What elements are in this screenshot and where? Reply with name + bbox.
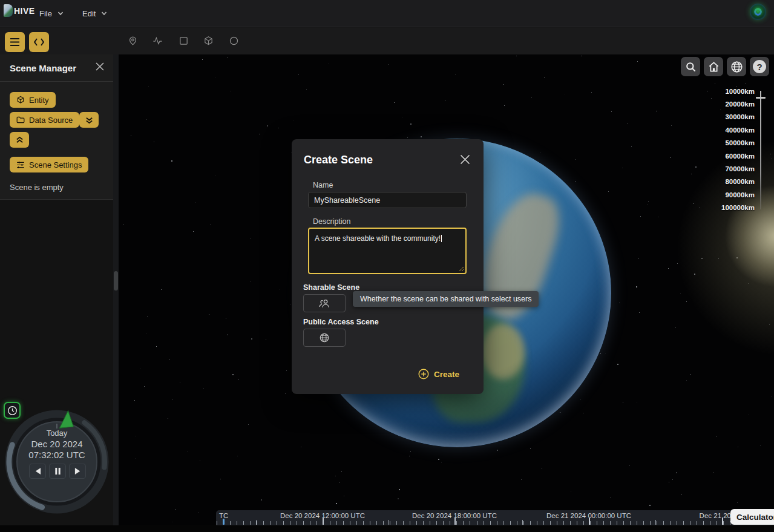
timeline-tick: [450, 521, 450, 525]
playback-controls: [29, 464, 86, 479]
search-button[interactable]: [681, 57, 700, 76]
help-icon: ?: [753, 60, 766, 73]
create-scene-button[interactable]: Create: [418, 369, 459, 379]
menu-edit[interactable]: Edit: [82, 0, 107, 27]
star: [677, 263, 678, 264]
menu-file[interactable]: File: [39, 0, 64, 27]
star: [627, 123, 628, 124]
timeline-tick: [297, 521, 297, 525]
star: [738, 447, 738, 447]
star: [209, 314, 209, 315]
star: [298, 74, 299, 75]
timeline-tick: [403, 521, 404, 525]
star: [169, 359, 170, 360]
altitude-scale-label: 100000km: [721, 202, 755, 214]
timeline-current-time-marker[interactable]: [223, 519, 225, 525]
scene-settings-button[interactable]: Scene Settings: [10, 157, 88, 172]
star: [622, 168, 623, 168]
timeline-tick-medium: [655, 520, 656, 525]
star: [670, 157, 671, 158]
scene-name-input[interactable]: [308, 192, 467, 208]
timeline-tick: [250, 521, 251, 525]
cube-tool-icon[interactable]: [203, 36, 214, 46]
altitude-scale-labels: 10000km20000km30000km40000km50000km60000…: [721, 85, 755, 214]
star: [172, 522, 172, 522]
timeline-tick: [517, 521, 517, 525]
scrollbar-thumb[interactable]: [114, 271, 118, 291]
star: [560, 412, 560, 413]
timeline-tick: [390, 521, 390, 525]
star: [715, 84, 715, 84]
star: [410, 451, 411, 452]
timeline-tick: [436, 521, 437, 525]
star: [690, 374, 691, 375]
star: [658, 217, 659, 217]
home-view-button[interactable]: [704, 57, 723, 76]
star: [544, 77, 545, 78]
pin-tool-icon[interactable]: [128, 36, 138, 46]
star: [571, 491, 571, 491]
globe-view-button[interactable]: [727, 57, 746, 76]
star: [251, 338, 252, 340]
star: [637, 402, 637, 403]
timeline-tick: [617, 521, 617, 525]
circle-tool-icon[interactable]: [229, 36, 239, 46]
timeline-tick: [570, 521, 571, 525]
star: [146, 119, 147, 120]
star: [681, 494, 682, 495]
code-editor-button[interactable]: [29, 32, 49, 52]
sliders-icon: [16, 161, 25, 169]
star: [580, 399, 581, 399]
scene-manager-toggle-button[interactable]: [5, 32, 25, 52]
altitude-slider-handle[interactable]: [756, 97, 766, 99]
close-icon[interactable]: [460, 154, 470, 165]
public-access-scene-toggle[interactable]: [303, 329, 346, 347]
scene-description-textarea[interactable]: A scene shareable with the community!: [308, 228, 467, 274]
entity-button[interactable]: Entity: [10, 92, 56, 108]
sidebar-scrollbar[interactable]: [113, 54, 119, 525]
star: [227, 334, 228, 335]
play-forward-button[interactable]: [69, 464, 86, 479]
calculator-button[interactable]: Calculator: [730, 509, 774, 525]
star: [136, 458, 136, 459]
star: [438, 459, 439, 460]
timeline-tick: [410, 521, 410, 525]
timeline-tick: [703, 521, 704, 525]
description-field-label: Description: [313, 217, 351, 226]
star: [135, 436, 136, 436]
timeline-tick: [230, 521, 231, 525]
play-icon: [74, 467, 82, 475]
star: [713, 472, 714, 473]
timeline-tick: [303, 521, 304, 525]
timeline-tick: [484, 521, 484, 525]
close-icon[interactable]: [95, 62, 105, 71]
help-button[interactable]: ?: [750, 57, 769, 76]
star: [591, 92, 592, 93]
public-access-scene-label: Public Access Scene: [303, 318, 379, 326]
scene-empty-text: Scene is empty: [10, 183, 64, 192]
text-caret: [441, 235, 442, 242]
resize-handle-icon[interactable]: [459, 266, 464, 272]
menu-file-label: File: [39, 9, 52, 18]
account-status-emblem[interactable]: [750, 4, 766, 20]
timeline-tick: [290, 521, 290, 525]
timeline-bar[interactable]: TCDec 20 2024 12:00:00 UTCDec 20 2024 18…: [216, 510, 774, 525]
collapse-all-button[interactable]: [10, 132, 29, 148]
star: [455, 74, 456, 75]
step-back-button[interactable]: [29, 464, 46, 479]
description-text: A scene shareable with the community!: [315, 234, 441, 243]
pause-button[interactable]: [49, 464, 66, 479]
star: [147, 317, 148, 317]
timeline-tick: [263, 521, 264, 525]
timeline-tick: [663, 521, 664, 525]
pulse-tool-icon[interactable]: [153, 36, 163, 46]
data-source-button[interactable]: Data Source: [10, 112, 79, 128]
star: [531, 97, 532, 97]
star: [344, 496, 344, 496]
star: [168, 418, 168, 419]
square-tool-icon[interactable]: [179, 36, 189, 46]
expand-all-button[interactable]: [79, 112, 99, 128]
clock-mode-button[interactable]: [4, 402, 21, 419]
sharable-scene-toggle[interactable]: [303, 294, 346, 312]
altitude-slider-track[interactable]: [760, 91, 761, 209]
